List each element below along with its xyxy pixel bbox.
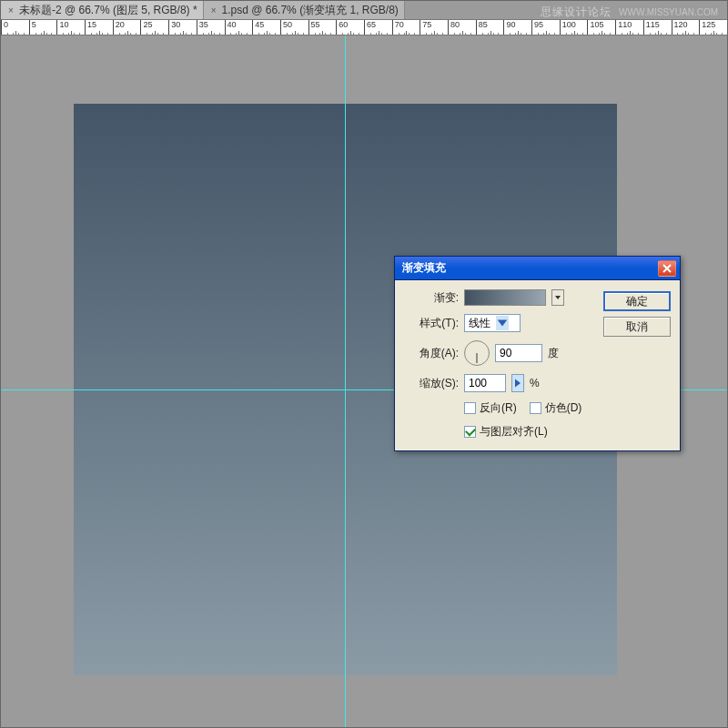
ruler-tick: 115 [643,20,672,35]
dither-checkbox[interactable]: 仿色(D) [530,400,582,416]
ruler-tick: 35 [197,20,225,35]
gradient-label: 渐变: [404,290,459,306]
chevron-down-icon [554,294,561,301]
gradient-fill-dialog: 渐变填充 渐变: 样式(T): 线性 [394,256,681,451]
ruler-tick: 100 [560,20,588,35]
ok-button[interactable]: 确定 [603,291,671,311]
chevron-right-icon [512,378,523,389]
checkbox-icon [464,402,476,414]
tab-label: 1.psd @ 66.7% (渐变填充 1, RGB/8) [222,3,399,18]
dialog-close-button[interactable] [658,260,676,277]
ruler-tick: 60 [336,20,364,35]
close-icon[interactable]: × [6,5,15,15]
angle-unit: 度 [548,346,559,361]
angle-input[interactable]: 90 [495,344,542,362]
ruler-tick: 55 [308,20,337,35]
style-value: 线性 [469,316,490,331]
ruler-tick: 15 [85,20,113,35]
scale-unit: % [530,377,540,389]
gradient-preview[interactable] [464,289,546,306]
checkbox-icon [530,402,541,414]
app-frame: 思缘设计论坛 WWW.MISSYUAN.COM × 未标题-2 @ 66.7% … [0,0,728,728]
ruler-tick: 90 [503,20,531,35]
angle-label: 角度(A): [404,346,459,361]
ruler-tick: 45 [252,20,280,35]
reverse-checkbox[interactable]: 反向(R) [464,400,517,416]
tab-doc-1[interactable]: × 未标题-2 @ 66.7% (图层 5, RGB/8) * [1,1,204,19]
chevron-down-icon [496,316,509,330]
guide-vertical[interactable] [345,35,346,727]
row-gradient: 渐变: [404,289,596,306]
row-checks-2: 与图层对齐(L) [404,424,596,440]
style-label: 样式(T): [404,316,459,331]
watermark: 思缘设计论坛 WWW.MISSYUAN.COM [541,5,718,20]
ruler-tick: 0 [1,20,29,35]
ruler-tick: 5 [29,20,57,35]
gradient-picker-button[interactable] [551,289,564,306]
ruler-tick: 30 [168,20,197,35]
horizontal-ruler[interactable]: 0510152025303540455055606570758085909510… [1,19,727,35]
scale-label: 缩放(S): [404,376,459,391]
ruler-tick: 20 [113,20,141,35]
ruler-tick: 80 [448,20,476,35]
checkbox-checked-icon [464,426,476,438]
dialog-fields: 渐变: 样式(T): 线性 角度(A): [404,289,596,440]
ruler-tick: 125 [699,20,727,35]
ruler-tick: 105 [587,20,615,35]
row-style: 样式(T): 线性 [404,314,596,332]
tab-label: 未标题-2 @ 66.7% (图层 5, RGB/8) * [19,3,197,18]
watermark-en: WWW.MISSYUAN.COM [619,7,718,17]
ruler-tick: 70 [392,20,420,35]
watermark-cn: 思缘设计论坛 [541,5,612,20]
ruler-tick: 110 [615,20,643,35]
cancel-button[interactable]: 取消 [603,317,671,337]
angle-dial[interactable] [464,340,490,366]
ruler-tick: 120 [672,20,700,35]
dialog-buttons: 确定 取消 [603,289,671,440]
ruler-tick: 95 [531,20,560,35]
dialog-titlebar[interactable]: 渐变填充 [395,257,680,280]
scale-input[interactable]: 100 [464,374,506,392]
row-scale: 缩放(S): 100 % [404,374,596,392]
dialog-body: 渐变: 样式(T): 线性 角度(A): [395,280,680,450]
row-angle: 角度(A): 90 度 [404,340,596,366]
ruler-tick: 65 [364,20,392,35]
ruler-tick: 85 [476,20,504,35]
ruler-tick: 75 [420,20,448,35]
close-icon [662,264,672,273]
scale-spinner[interactable] [511,374,524,392]
align-checkbox[interactable]: 与图层对齐(L) [464,424,548,440]
dialog-title: 渐变填充 [402,260,658,276]
ruler-tick: 50 [280,20,308,35]
tab-doc-2[interactable]: × 1.psd @ 66.7% (渐变填充 1, RGB/8) [204,1,405,19]
style-select[interactable]: 线性 [464,314,521,332]
ruler-tick: 25 [140,20,168,35]
ruler-tick: 40 [225,20,253,35]
ruler-tick: 10 [56,20,85,35]
row-checks-1: 反向(R) 仿色(D) [404,400,596,416]
close-icon[interactable]: × [209,5,218,15]
